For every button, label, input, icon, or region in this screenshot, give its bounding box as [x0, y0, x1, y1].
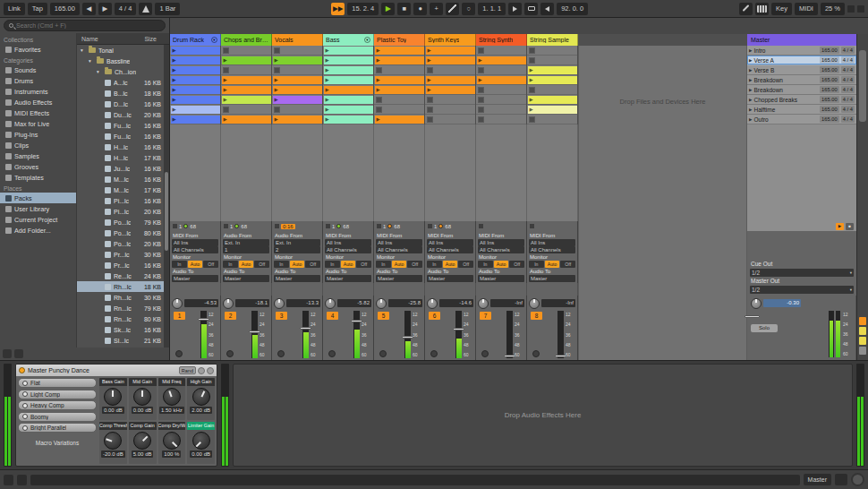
clip-launch-icon[interactable]: ▶ [224, 77, 227, 82]
track-header-synth-keys[interactable]: Synth Keys [425, 34, 476, 46]
volume-display[interactable]: -14.6 [439, 299, 473, 307]
output-chooser[interactable]: Master [172, 275, 218, 282]
track-activator-button[interactable]: 3 [276, 312, 287, 320]
folder-row[interactable]: ▾Bassline [77, 56, 169, 66]
file-row[interactable]: Sl...lc21 KB [77, 335, 169, 346]
monitor-auto-button[interactable]: Auto [290, 261, 305, 268]
clip-launch-icon[interactable]: ▶ [326, 67, 329, 73]
stop-icon[interactable] [530, 224, 534, 228]
track-header-chops-and-breaks[interactable]: Chops and Breaks [221, 34, 272, 46]
caret-down-icon[interactable]: ▾ [89, 58, 94, 64]
caret-down-icon[interactable]: ▾ [97, 69, 102, 74]
master-track-header[interactable]: Master [747, 34, 856, 46]
input-type-chooser[interactable]: All Ins [478, 239, 524, 246]
track-header-drum-rack[interactable]: Drum Rack▾ [170, 34, 221, 46]
tempo-display[interactable]: 165.00 [50, 3, 80, 15]
stop-icon[interactable] [428, 224, 432, 228]
stop-button[interactable]: ■ [397, 3, 411, 15]
stop-all-clips-button[interactable]: ■ [846, 223, 854, 230]
track-header-string-sample[interactable]: String Sample [527, 34, 578, 46]
clip-launch-icon[interactable]: ▶ [326, 107, 329, 112]
track-activator-button[interactable]: 2 [225, 312, 236, 320]
track-activator-button[interactable]: 7 [480, 312, 491, 320]
record-button[interactable]: ● [413, 3, 427, 15]
session-clip[interactable]: ▶ [324, 106, 373, 114]
stop-icon[interactable] [377, 224, 381, 228]
input-type-chooser[interactable]: Ext. In [274, 239, 320, 246]
file-row[interactable]: Pr...lc16 KB [77, 260, 169, 270]
clip-launch-icon[interactable]: ▶ [326, 87, 329, 92]
mixer-section-toggle-2[interactable] [859, 337, 866, 345]
clip-stop-button[interactable] [224, 68, 228, 73]
sidebar-item-add-folder[interactable]: Add Folder... [0, 225, 76, 236]
follow-button[interactable]: ▶▶ [331, 3, 345, 15]
clip-launch-icon[interactable]: ▶ [173, 47, 176, 53]
clip-launch-icon[interactable]: ▶ [428, 57, 431, 63]
volume-display[interactable]: -5.82 [337, 299, 371, 307]
file-row[interactable]: M...lc16 KB [77, 174, 169, 184]
monitor-auto-button[interactable]: Auto [188, 261, 203, 268]
monitor-auto-button[interactable]: Auto [239, 261, 254, 268]
clip-stop-button[interactable] [530, 88, 534, 92]
scene-launch-icon[interactable]: ▶ [749, 58, 752, 63]
file-row[interactable]: Po...lc20 KB [77, 238, 169, 249]
sidebar-item-favorites[interactable]: Favorites [0, 44, 76, 55]
stop-icon[interactable] [224, 224, 228, 228]
stop-icon[interactable] [479, 224, 483, 228]
clip-launch-icon[interactable]: ▶ [173, 57, 176, 63]
session-clip[interactable]: ▶ [375, 47, 424, 55]
clip-launch-icon[interactable]: ▶ [428, 87, 431, 92]
clip-launch-icon[interactable]: ▶ [377, 77, 380, 82]
session-record-button[interactable]: ○ [462, 3, 475, 15]
input-type-chooser[interactable]: Ext. In [223, 239, 269, 246]
clip-stop-button[interactable] [377, 68, 381, 73]
arm-button[interactable] [277, 350, 285, 357]
scene-chopped-breaks[interactable]: ▶Chopped Breaks165.004 / 4 [747, 95, 856, 105]
session-clip[interactable]: ▶ [426, 47, 475, 55]
session-clip[interactable]: ▶ [528, 66, 577, 74]
scene-verse-b[interactable]: ▶Verse B165.004 / 4 [747, 65, 856, 75]
input-channel-chooser[interactable]: All Channels [478, 246, 524, 253]
monitor-auto-button[interactable]: Auto [341, 261, 356, 268]
hot-swap-icon[interactable] [198, 367, 205, 374]
clip-launch-icon[interactable]: ▶ [173, 77, 176, 82]
session-clip[interactable]: ▶ [375, 86, 424, 94]
scene-time-signature[interactable]: 4 / 4 [841, 76, 855, 83]
session-clip[interactable]: ▶ [171, 116, 220, 124]
macro-knob[interactable] [163, 432, 181, 450]
input-type-chooser[interactable]: All Ins [172, 239, 218, 246]
scene-launch-icon[interactable]: ▶ [749, 117, 752, 122]
file-row[interactable]: Rn...lc80 KB [77, 313, 169, 324]
file-row[interactable]: Rh...lc30 KB [77, 292, 169, 303]
clip-stop-button[interactable] [275, 68, 279, 73]
mixer-section-toggle-1[interactable] [859, 327, 866, 335]
monitor-in-button[interactable]: In [274, 261, 289, 268]
scene-time-signature[interactable]: 4 / 4 [841, 66, 855, 73]
input-channel-chooser[interactable]: All Channels [427, 246, 473, 253]
cue-volume-box[interactable] [835, 474, 847, 485]
computer-midi-keyboard-button[interactable] [755, 3, 769, 15]
clip-stop-button[interactable] [377, 107, 381, 112]
sidebar-item-packs[interactable]: Packs [0, 193, 76, 203]
input-type-chooser[interactable]: All Ins [376, 239, 422, 246]
monitor-in-button[interactable]: In [529, 261, 544, 268]
time-signature-display[interactable]: 4 / 4 [115, 3, 137, 15]
scene-tempo[interactable]: 165.00 [820, 96, 839, 103]
volume-display[interactable]: -25.8 [388, 299, 422, 307]
device-drop-area[interactable]: Drop Audio Effects Here [233, 364, 853, 467]
punch-out-button[interactable] [540, 3, 554, 15]
clip-launch-icon[interactable]: ▶ [479, 57, 482, 63]
clip-launch-icon[interactable]: ▶ [377, 47, 380, 53]
chain-button-bright-parallel[interactable]: Bright Parallel [18, 423, 97, 433]
clip-stop-button[interactable] [275, 48, 279, 53]
pan-knob[interactable] [223, 298, 234, 309]
file-row[interactable]: Po...lc80 KB [77, 227, 169, 238]
pan-knob[interactable] [172, 298, 183, 309]
midi-map-button[interactable]: MIDI [795, 3, 818, 15]
device-title-bar[interactable]: Master Punchy Dance Rand [16, 365, 217, 376]
clip-launch-icon[interactable]: ▶ [326, 116, 329, 122]
scene-tempo[interactable]: 165.00 [820, 106, 839, 113]
clip-stop-button[interactable] [530, 58, 534, 63]
macro-knob[interactable] [104, 388, 122, 406]
punch-in-button[interactable] [508, 3, 522, 15]
